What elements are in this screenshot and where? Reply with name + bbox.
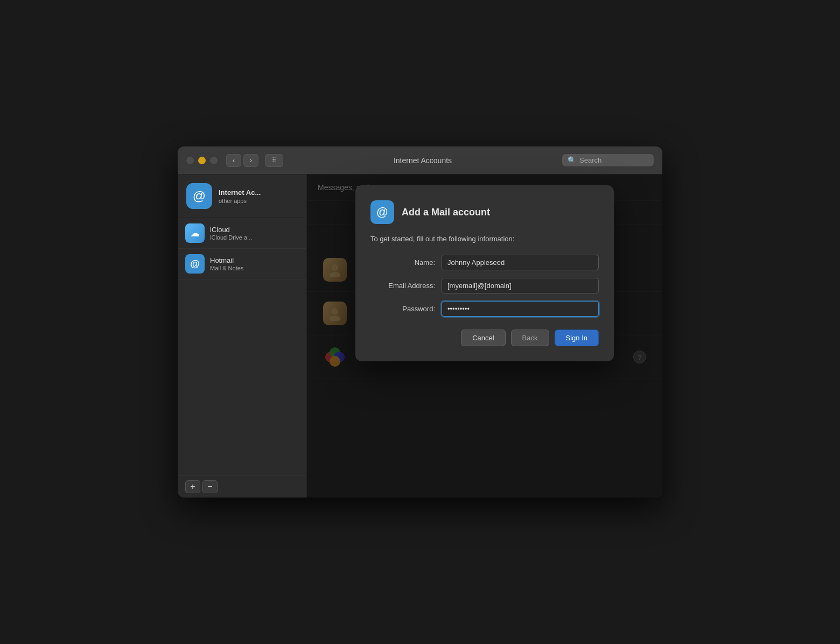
icloud-icon: ☁ (185, 223, 205, 243)
sidebar-header-icon: @ (186, 183, 212, 209)
name-input[interactable] (442, 255, 599, 270)
hotmail-name: Hotmail (210, 256, 243, 264)
main-window: ‹ › ⠿ Internet Accounts 🔍 @ Internet Ac.… (178, 146, 662, 498)
icloud-sub: iCloud Drive a... (210, 234, 252, 241)
sidebar-header: @ Internet Ac... other apps (178, 174, 306, 218)
window-title: Internet Accounts (290, 156, 556, 165)
remove-account-button[interactable]: − (202, 480, 218, 493)
sidebar-list: ☁ iCloud iCloud Drive a... @ Hotmail Mai… (178, 218, 306, 475)
icloud-name: iCloud (210, 226, 252, 234)
at-icon: @ (193, 188, 206, 204)
password-input[interactable] (442, 301, 599, 317)
chevron-left-icon: ‹ (233, 156, 235, 164)
close-button[interactable] (186, 157, 194, 164)
hotmail-sub: Mail & Notes (210, 265, 243, 271)
email-field-row: Email Address: (370, 278, 599, 293)
minus-icon: − (207, 482, 212, 492)
name-field-row: Name: (370, 255, 599, 270)
email-input[interactable] (442, 278, 599, 293)
right-panel: Messages, and CardDAV account (307, 174, 662, 498)
sidebar-footer: + − (178, 475, 306, 498)
modal-buttons: Cancel Back Sign In (370, 330, 599, 346)
password-label: Password: (370, 305, 435, 313)
grid-view-button[interactable]: ⠿ (265, 154, 283, 167)
modal-subtitle: To get started, fill out the following i… (370, 235, 599, 243)
nav-buttons: ‹ › (226, 154, 258, 167)
modal-title: Add a Mail account (402, 207, 490, 218)
modal-header: @ Add a Mail account (370, 200, 599, 224)
name-label: Name: (370, 258, 435, 267)
add-account-button[interactable]: + (185, 480, 200, 493)
plus-icon: + (190, 482, 195, 492)
email-label: Email Address: (370, 282, 435, 290)
sidebar: @ Internet Ac... other apps ☁ iCloud iCl… (178, 174, 307, 498)
cancel-button[interactable]: Cancel (461, 330, 505, 346)
sidebar-header-text: Internet Ac... other apps (219, 188, 261, 204)
chevron-right-icon: › (250, 156, 252, 164)
search-input[interactable] (579, 156, 648, 164)
back-nav-button[interactable]: ‹ (226, 154, 241, 167)
sidebar-subtitle: other apps (219, 198, 261, 204)
sidebar-item-icloud[interactable]: ☁ iCloud iCloud Drive a... (178, 218, 306, 249)
add-mail-account-modal: @ Add a Mail account To get started, fil… (355, 185, 614, 361)
traffic-lights (186, 157, 218, 164)
maximize-button[interactable] (210, 157, 218, 164)
search-icon: 🔍 (568, 156, 576, 164)
search-bar[interactable]: 🔍 (562, 154, 654, 166)
main-content: @ Internet Ac... other apps ☁ iCloud iCl… (178, 174, 662, 498)
forward-nav-button[interactable]: › (243, 154, 258, 167)
grid-icon: ⠿ (272, 157, 276, 164)
minimize-button[interactable] (198, 157, 206, 164)
hotmail-text: Hotmail Mail & Notes (210, 256, 243, 271)
sidebar-title: Internet Ac... (219, 188, 261, 197)
at-symbol-icon: @ (376, 205, 388, 219)
modal-overlay: @ Add a Mail account To get started, fil… (307, 174, 662, 498)
modal-at-icon: @ (370, 200, 394, 224)
titlebar: ‹ › ⠿ Internet Accounts 🔍 (178, 146, 662, 174)
signin-button[interactable]: Sign In (555, 330, 599, 346)
icloud-text: iCloud iCloud Drive a... (210, 226, 252, 241)
sidebar-item-hotmail[interactable]: @ Hotmail Mail & Notes (178, 249, 306, 279)
hotmail-icon: @ (185, 254, 205, 274)
back-button[interactable]: Back (511, 330, 549, 346)
password-field-row: Password: (370, 301, 599, 317)
